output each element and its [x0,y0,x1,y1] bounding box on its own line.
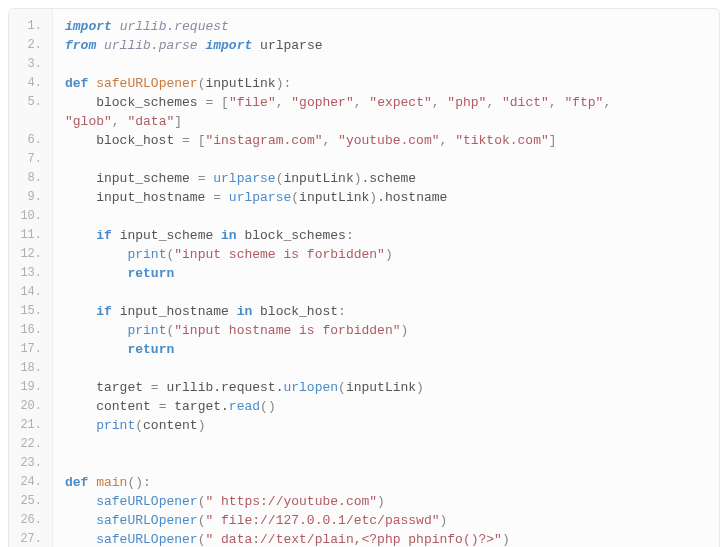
token-pun: ] [549,133,557,148]
token-fn: print [96,418,135,433]
code-line: input_hostname = urlparse(inputLink).hos… [65,188,707,207]
code-line: if input_hostname in block_host: [65,302,707,321]
token-pun: ) [502,532,510,547]
token-fn-def: safeURLOpener [96,76,197,91]
token-pun: ) [354,171,362,186]
token-nm: inputLink [299,190,369,205]
token-pun: ) [369,190,377,205]
token-mod: urllib.request [120,19,229,34]
line-number [15,112,42,131]
line-number: 24. [15,473,42,492]
token-str: "data" [127,114,174,129]
token-pun: ): [276,76,292,91]
token-pun: ) [377,494,385,509]
line-number: 26. [15,511,42,530]
code-block: 1.2.3.4.5.6.7.8.9.10.11.12.13.14.15.16.1… [8,8,720,547]
line-number: 2. [15,36,42,55]
token-pun: , [440,133,456,148]
line-number-gutter: 1.2.3.4.5.6.7.8.9.10.11.12.13.14.15.16.1… [9,9,53,547]
token-str: " data://text/plain,<?php phpinfo()?>" [205,532,501,547]
line-number: 5. [15,93,42,112]
token-str: "ftp" [564,95,603,110]
token-pun: ) [198,418,206,433]
code-line: block_host = ["instagram.com", "youtube.… [65,131,707,150]
token-str: "youtube.com" [338,133,439,148]
code-line: safeURLOpener(" https://youtube.com") [65,492,707,511]
token-str: "gopher" [291,95,353,110]
code-line: input_scheme = urlparse(inputLink).schem… [65,169,707,188]
token-pun: ( [135,418,143,433]
token-kw: if [96,304,112,319]
line-number: 6. [15,131,42,150]
token-nm [65,418,96,433]
token-fn: urlparse [229,190,291,205]
token-fn: read [229,399,260,414]
line-number: 19. [15,378,42,397]
token-kw: def [65,475,88,490]
token-nm: content [143,418,198,433]
line-number: 18. [15,359,42,378]
code-line: print(content) [65,416,707,435]
token-str: "tiktok.com" [455,133,549,148]
token-str: " https://youtube.com" [205,494,377,509]
token-pun: ) [385,247,393,262]
code-line [65,283,707,302]
token-str: "dict" [502,95,549,110]
token-str: "php" [447,95,486,110]
code-line [65,359,707,378]
token-nm: target [65,380,151,395]
token-pun: , [603,95,619,110]
code-line: from urllib.parse import urlparse [65,36,707,55]
token-nm: inputLink [205,76,275,91]
token-str: "input hostname is forbidden" [174,323,400,338]
token-kw-i: import [65,19,112,34]
token-kw: return [127,342,174,357]
code-line: import urllib.request [65,17,707,36]
token-pun: , [112,114,128,129]
token-nm: urllib.request. [159,380,284,395]
line-number: 11. [15,226,42,245]
code-line: print("input hostname is forbidden") [65,321,707,340]
token-kw-i: import [205,38,252,53]
token-fn: safeURLOpener [96,513,197,528]
token-pun: = [151,380,159,395]
token-nm [65,247,127,262]
token-pun: : [338,304,346,319]
token-nm: input_hostname [65,190,213,205]
token-nm [65,342,127,357]
line-number: 17. [15,340,42,359]
token-nm: inputLink [283,171,353,186]
token-nm: .hostname [377,190,447,205]
line-number: 7. [15,150,42,169]
line-number: 25. [15,492,42,511]
token-str: " file://127.0.0.1/etc/passwd" [205,513,439,528]
token-pun: : [346,228,354,243]
code-line: if input_scheme in block_schemes: [65,226,707,245]
token-nm [65,228,96,243]
code-line: print("input scheme is forbidden") [65,245,707,264]
token-nm: input_hostname [112,304,237,319]
token-nm [65,304,96,319]
line-number: 3. [15,55,42,74]
line-number: 10. [15,207,42,226]
token-nm: input_scheme [112,228,221,243]
token-nm: block_host [65,133,182,148]
token-kw: def [65,76,88,91]
token-nm: target. [166,399,228,414]
token-fn-def: main [96,475,127,490]
line-number: 13. [15,264,42,283]
code-content: import urllib.requestfrom urllib.parse i… [53,9,719,547]
token-nm [96,38,104,53]
code-line [65,150,707,169]
line-number: 8. [15,169,42,188]
token-pun: ) [416,380,424,395]
token-pun: ) [440,513,448,528]
token-nm: .scheme [362,171,417,186]
token-kw: return [127,266,174,281]
token-str: "expect" [369,95,431,110]
token-pun: ] [174,114,182,129]
token-pun: () [260,399,276,414]
token-nm: input_scheme [65,171,198,186]
token-nm: block_schemes [65,95,205,110]
token-fn: print [127,247,166,262]
